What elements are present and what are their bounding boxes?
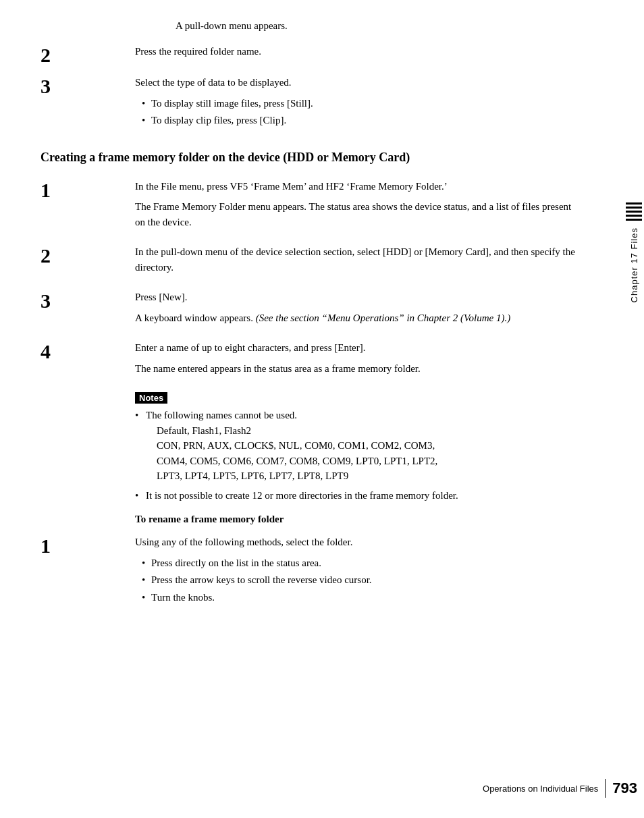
- notes-bullet-1: The following names cannot be used.: [146, 410, 297, 420]
- section-step-1-number: 1: [41, 179, 135, 200]
- page-footer: Operations on Individual Files 793: [0, 779, 644, 798]
- notes-content: The following names cannot be used. Defa…: [135, 408, 583, 503]
- notes-indent-2: CON, PRN, AUX, CLOCK$, NUL, COM0, COM1, …: [157, 438, 583, 454]
- section-step-3-sub-italic: (See the section “Menu Operations” in Ch…: [256, 312, 510, 323]
- step-3-block: 3 Select the type of data to be displaye…: [41, 75, 583, 134]
- section-step-4-sub: The name entered appears in the status a…: [135, 361, 583, 377]
- rename-step-1-bullets: Press directly on the list in the status…: [142, 555, 583, 605]
- step-3-number: 3: [41, 75, 135, 97]
- section-step-1-text: In the File menu, press VF5 ‘Frame Mem’ …: [135, 179, 583, 194]
- sidebar-line-4: [626, 215, 642, 217]
- section-step-2-block: 2 In the pull-down menu of the device se…: [41, 244, 583, 280]
- section-step-4-content: Enter a name of up to eight characters, …: [135, 340, 583, 381]
- section-step-3-sub: A keyboard window appears. (See the sect…: [135, 310, 583, 326]
- list-item: Press the arrow keys to scroll the rever…: [142, 572, 583, 588]
- section-step-4-number: 4: [41, 340, 135, 362]
- section-step-1-content: In the File menu, press VF5 ‘Frame Mem’ …: [135, 179, 583, 236]
- step-2-content: Press the required folder name.: [135, 44, 583, 65]
- step-2-text: Press the required folder name.: [135, 44, 583, 59]
- rename-step-1-text: Using any of the following methods, sele…: [135, 535, 583, 550]
- main-content: A pull-down menu appears. 2 Press the re…: [41, 20, 583, 610]
- page-container: Chapter 17 Files A pull-down menu appear…: [0, 0, 644, 818]
- notes-indent-3: COM4, COM5, COM6, COM7, COM8, COM9, LPT0…: [157, 454, 583, 469]
- sidebar-lines: [626, 202, 642, 221]
- step-3-content: Select the type of data to be displayed.…: [135, 75, 583, 134]
- sidebar-tab: Chapter 17 Files: [624, 202, 644, 302]
- section-step-3-content: Press [New]. A keyboard window appears. …: [135, 290, 583, 331]
- sidebar-chapter-label: Chapter 17 Files: [629, 227, 639, 302]
- section-step-4-block: 4 Enter a name of up to eight characters…: [41, 340, 583, 381]
- section-step-2-number: 2: [41, 244, 135, 266]
- step-2-number: 2: [41, 44, 135, 65]
- footer-divider: [605, 779, 606, 798]
- section-step-1-sub: The Frame Memory Folder menu appears. Th…: [135, 199, 583, 229]
- section-heading: Creating a frame memory folder on the de…: [41, 150, 583, 165]
- list-item: To display clip files, press [Clip].: [142, 113, 583, 128]
- list-item: It is not possible to create 12 or more …: [135, 488, 583, 503]
- section-step-2-text: In the pull-down menu of the device sele…: [135, 244, 583, 275]
- list-item: To display still image files, press [Sti…: [142, 96, 583, 111]
- section-step-3-block: 3 Press [New]. A keyboard window appears…: [41, 290, 583, 331]
- section-step-3-text: Press [New].: [135, 290, 583, 305]
- notes-list: The following names cannot be used. Defa…: [135, 408, 583, 503]
- notes-indent-1: Default, Flash1, Flash2: [157, 423, 583, 439]
- section-step-3-sub-plain: A keyboard window appears.: [135, 312, 256, 323]
- list-item: The following names cannot be used. Defa…: [135, 408, 583, 484]
- section-step-1-block: 1 In the File menu, press VF5 ‘Frame Mem…: [41, 179, 583, 236]
- notes-indent-block: Default, Flash1, Flash2 CON, PRN, AUX, C…: [157, 423, 583, 484]
- notes-box: Notes The following names cannot be used…: [135, 392, 583, 503]
- list-item: Turn the knobs.: [142, 590, 583, 605]
- section-step-3-number: 3: [41, 290, 135, 311]
- rename-step-1-number: 1: [41, 535, 135, 556]
- footer-page-number: 793: [612, 780, 637, 797]
- section-step-4-text: Enter a name of up to eight characters, …: [135, 340, 583, 356]
- notes-bullet-2: It is not possible to create 12 or more …: [146, 490, 458, 501]
- footer-section-label: Operations on Individual Files: [483, 784, 598, 794]
- sidebar-line-2: [626, 207, 642, 209]
- sidebar-line-3: [626, 211, 642, 213]
- rename-step-1-content: Using any of the following methods, sele…: [135, 535, 583, 610]
- sidebar-line-1: [626, 202, 642, 204]
- rename-step-1-block: 1 Using any of the following methods, se…: [41, 535, 583, 610]
- intro-text: A pull-down menu appears.: [176, 20, 583, 32]
- step-3-text: Select the type of data to be displayed.: [135, 75, 583, 90]
- section-step-2-content: In the pull-down menu of the device sele…: [135, 244, 583, 280]
- notes-indent-4: LPT3, LPT4, LPT5, LPT6, LPT7, LPT8, LPT9: [157, 468, 583, 484]
- sub-section-heading: To rename a frame memory folder: [135, 514, 583, 525]
- list-item: Press directly on the list in the status…: [142, 555, 583, 571]
- step-2-block: 2 Press the required folder name.: [41, 44, 583, 65]
- sidebar-line-5: [626, 219, 642, 221]
- step-3-bullets: To display still image files, press [Sti…: [142, 96, 583, 128]
- notes-label: Notes: [135, 392, 167, 404]
